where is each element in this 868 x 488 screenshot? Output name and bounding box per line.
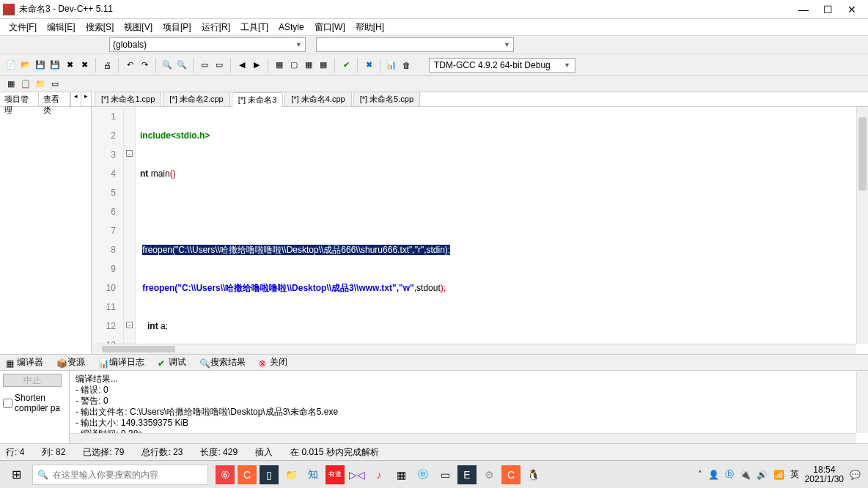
menu-edit[interactable]: 编辑[E] (43, 20, 80, 35)
menu-run[interactable]: 运行[R] (197, 20, 235, 35)
fold-marker-icon[interactable]: - (126, 150, 133, 157)
tray-clock[interactable]: 18:542021/1/30 (805, 465, 844, 484)
menu-file[interactable]: 文件[F] (4, 20, 41, 35)
panel-next-icon[interactable]: ▸ (81, 92, 91, 106)
horizontal-scrollbar[interactable] (92, 344, 856, 354)
run-icon[interactable]: ▢ (287, 59, 301, 72)
grid-icon: ▦ (6, 358, 15, 367)
member-combo[interactable]: ▼ (316, 37, 514, 52)
tab-resources[interactable]: 📦资源 (54, 355, 88, 370)
maximize-button[interactable]: ☐ (823, 4, 833, 15)
forward-icon[interactable]: ▶ (250, 59, 263, 72)
tab-file-2[interactable]: [*] 未命名2.cpp (163, 92, 229, 106)
tb2-icon-2[interactable]: 📋 (19, 78, 32, 91)
undo-icon[interactable]: ↶ (123, 59, 136, 72)
find-icon[interactable]: 🔍 (161, 59, 174, 72)
print-icon[interactable]: 🖨 (100, 59, 114, 72)
tray-bluetooth-icon[interactable]: ⓑ (725, 468, 734, 481)
app-icon[interactable]: ▷◁ (347, 465, 367, 484)
app-icon[interactable]: ♪ (369, 465, 389, 484)
tb2-icon-1[interactable]: ▦ (4, 78, 18, 91)
open-icon[interactable]: 📂 (19, 59, 32, 72)
bookmark-icon[interactable]: ▭ (213, 59, 226, 72)
menu-help[interactable]: 帮助[H] (351, 20, 389, 35)
tab-file-4[interactable]: [*] 未命名4.cpp (284, 92, 351, 106)
taskbar-search[interactable]: 🔍 (32, 465, 208, 485)
redo-icon[interactable]: ↷ (138, 59, 151, 72)
menu-search[interactable]: 搜索[S] (81, 20, 119, 35)
menu-astyle[interactable]: AStyle (274, 21, 309, 34)
vertical-scrollbar[interactable] (856, 107, 868, 344)
status-length: 长度: 429 (200, 446, 238, 459)
compilerun-icon[interactable]: ▦ (302, 59, 315, 72)
app-icon[interactable]: ▯ (260, 465, 279, 484)
tab-compiler[interactable]: ▦编译器 (3, 355, 46, 370)
globals-combo[interactable]: (globals)▼ (109, 37, 306, 52)
tray-ime[interactable]: 英 (790, 468, 799, 481)
menu-window[interactable]: 窗口[W] (310, 20, 350, 35)
tray-power-icon[interactable]: 🔌 (740, 470, 751, 480)
back-icon[interactable]: ◀ (235, 59, 249, 72)
code-content[interactable]: include<stdio.h> nt main() freopen("C:\\… (136, 107, 868, 354)
secondary-toolbar: ▦ 📋 📁 ▭ (0, 76, 868, 92)
tab-close[interactable]: ⊗关闭 (256, 355, 290, 370)
tray-volume-icon[interactable]: 🔊 (757, 470, 768, 480)
close-file-icon[interactable]: ✖ (63, 59, 76, 72)
new-icon[interactable]: 📄 (4, 59, 18, 72)
app-icon[interactable]: 知 (304, 465, 323, 484)
tab-project[interactable]: 项目管理 (0, 92, 39, 106)
app-icon[interactable]: 📁 (282, 465, 301, 484)
menu-view[interactable]: 视图[V] (119, 20, 157, 35)
app-icon[interactable]: E (457, 465, 477, 484)
menu-tools[interactable]: 工具[T] (236, 20, 273, 35)
app-icon[interactable]: ⚙ (479, 465, 499, 484)
panel-hscroll[interactable] (70, 433, 856, 443)
rebuild-icon[interactable]: ▦ (317, 59, 330, 72)
app-icon[interactable]: ⓔ (413, 465, 433, 484)
app-icon[interactable]: C (238, 465, 257, 484)
compiler-select[interactable]: TDM-GCC 4.9.2 64-bit Debug▼ (429, 58, 575, 73)
app-icon[interactable]: ▦ (391, 465, 411, 484)
debug-icon[interactable]: ✔ (339, 59, 353, 72)
start-button[interactable]: ⊞ (0, 461, 32, 488)
close-button[interactable]: ✕ (847, 4, 856, 15)
search-input[interactable] (53, 470, 203, 480)
replace-icon[interactable]: 🔍 (175, 59, 188, 72)
panel-vscroll[interactable] (856, 371, 868, 433)
tab-file-5[interactable]: [*] 未命名5.cpp (353, 92, 420, 106)
trash-icon[interactable]: 🗑 (400, 59, 413, 72)
abort-button[interactable]: 中止 (3, 374, 62, 387)
tray-notif-icon[interactable]: 💬 (850, 470, 861, 480)
tray-people-icon[interactable]: 👤 (708, 470, 719, 480)
app-icon[interactable]: ▭ (435, 465, 455, 484)
tab-compilelog[interactable]: 📊编译日志 (95, 355, 147, 370)
tab-file-3[interactable]: [*] 未命名3 (232, 92, 284, 107)
closeall-icon[interactable]: ✖ (78, 59, 91, 72)
left-panel: 项目管理 查看类 ◂ ▸ (0, 92, 92, 354)
stop-icon[interactable]: ✖ (362, 59, 375, 72)
app-icon[interactable]: ⑥ (216, 465, 235, 484)
fold-marker-icon[interactable]: - (126, 322, 133, 328)
tab-classview[interactable]: 查看类 (39, 92, 70, 106)
saveall-icon[interactable]: 💾 (48, 59, 62, 72)
shorten-path-check[interactable]: Shorten compiler pa (3, 393, 66, 413)
tray-wifi-icon[interactable]: 📶 (773, 470, 784, 480)
minimize-button[interactable]: — (798, 4, 809, 15)
tab-file-1[interactable]: [*] 未命名1.cpp (95, 92, 161, 106)
tab-searchresults[interactable]: 🔍搜索结果 (196, 355, 249, 370)
panel-prev-icon[interactable]: ◂ (70, 92, 81, 106)
tray-chevron-icon[interactable]: ˄ (698, 470, 702, 480)
app-icon[interactable]: 🐧 (523, 465, 542, 484)
save-icon[interactable]: 💾 (34, 59, 47, 72)
tb2-icon-3[interactable]: 📁 (34, 78, 47, 91)
profile-icon[interactable]: 📊 (385, 59, 398, 72)
windows-taskbar: ⊞ 🔍 ⑥ C ▯ 📁 知 有道 ▷◁ ♪ ▦ ⓔ ▭ E ⚙ C 🐧 ˄ 👤 … (0, 460, 868, 488)
tb2-icon-4[interactable]: ▭ (48, 78, 62, 91)
app-icon[interactable]: 有道 (326, 465, 345, 484)
goto-icon[interactable]: ▭ (198, 59, 211, 72)
app-icon[interactable]: C (501, 465, 521, 484)
menu-project[interactable]: 项目[P] (158, 20, 196, 35)
tab-debug[interactable]: ✔调试 (155, 355, 189, 370)
compile-icon[interactable]: ▦ (273, 59, 286, 72)
code-editor[interactable]: 123 456 789 101112 13 - - include<stdio.… (92, 107, 868, 354)
